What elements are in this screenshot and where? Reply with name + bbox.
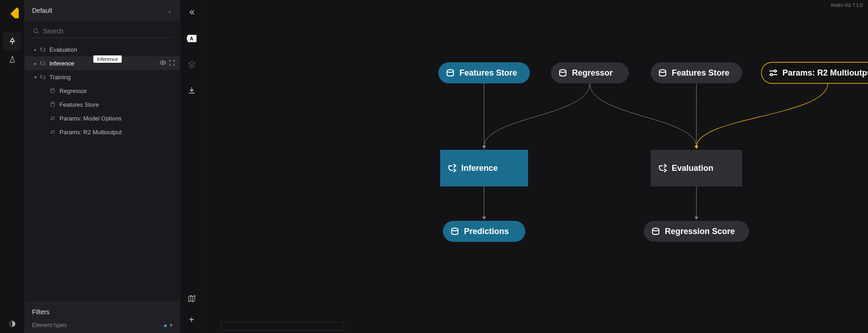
- kedro-logo-icon: [6, 5, 19, 18]
- tree-item-params-model-options[interactable]: Params: Model Options: [25, 111, 180, 125]
- tree-item-regressor[interactable]: Regressor: [25, 84, 180, 98]
- chevron-icon: ▸: [32, 47, 38, 52]
- filter-indicator-icon: ■: [164, 323, 167, 328]
- edge: [484, 83, 590, 147]
- node-params_r2[interactable]: Params: R2 Multioutput: [761, 62, 868, 83]
- filters-row-label: Element types: [32, 322, 67, 328]
- chevron-icon: ▸: [32, 61, 38, 66]
- tree-item-params-r2-multioutput[interactable]: Params: R2 Multioutput: [25, 125, 180, 139]
- node-score[interactable]: Regression Score: [644, 221, 749, 242]
- node-label: Features Store: [672, 68, 729, 77]
- node-label: Features Store: [459, 68, 517, 77]
- chevron-icon: ▾: [32, 75, 38, 80]
- chevron-down-icon: ⌄: [167, 7, 173, 14]
- svg-point-17: [774, 70, 776, 72]
- tree-item-features-store[interactable]: Features Store: [25, 98, 180, 111]
- data-icon: [49, 88, 57, 93]
- edge: [590, 83, 696, 147]
- node-tree: ▸Evaluation▸InferenceInference▾TrainingR…: [25, 40, 180, 139]
- search-input[interactable]: [43, 27, 172, 35]
- node-evaluation[interactable]: Evaluation: [651, 150, 742, 186]
- minimap[interactable]: [221, 322, 344, 330]
- arrowhead-icon: [695, 146, 698, 149]
- global-rail: [0, 0, 25, 333]
- svg-point-8: [54, 131, 54, 131]
- node-features2[interactable]: Features Store: [651, 62, 742, 83]
- rail-theme-icon[interactable]: [3, 315, 22, 333]
- tree-item-label: Features Store: [59, 101, 180, 108]
- tree-item-label: Regressor: [59, 87, 180, 94]
- arrowhead-icon: [482, 217, 486, 220]
- tree-item-label: Evaluation: [49, 46, 180, 53]
- pipeline-selector[interactable]: Default ⌄: [25, 0, 180, 21]
- rail-tree-icon[interactable]: [3, 32, 22, 50]
- zoom-in-icon[interactable]: +: [184, 312, 199, 328]
- svg-point-2: [34, 29, 38, 33]
- collapse-sidebar-icon[interactable]: [184, 5, 199, 20]
- svg-point-4: [51, 88, 54, 90]
- tree-item-training[interactable]: ▾Training: [25, 70, 180, 84]
- layers-toggle-icon[interactable]: [184, 57, 199, 72]
- labels-toggle-icon[interactable]: A: [187, 35, 197, 42]
- svg-point-7: [51, 119, 52, 120]
- node-label: Inference: [461, 164, 498, 173]
- node-label: Params: R2 Multioutput: [782, 68, 868, 77]
- search-input-wrap[interactable]: [32, 25, 173, 38]
- params-icon: [49, 129, 57, 135]
- svg-point-5: [51, 102, 54, 104]
- node-inference[interactable]: Inference: [440, 150, 528, 186]
- tooltip: Inference: [93, 55, 122, 63]
- tree-item-label: Params: Model Options: [59, 115, 180, 122]
- graph-canvas[interactable]: Kedro-Viz 7.1.0 Features StoreRegressorF…: [203, 0, 868, 333]
- tree-item-label: Training: [49, 74, 180, 81]
- params-icon: [49, 115, 57, 121]
- export-icon[interactable]: [184, 82, 199, 98]
- sidebar: Default ⌄ ▸Evaluation▸InferenceInference…: [25, 0, 180, 333]
- tree-item-evaluation[interactable]: ▸Evaluation: [25, 43, 180, 56]
- pipeline-icon: [38, 60, 47, 66]
- minimap-toggle-icon[interactable]: [184, 291, 199, 306]
- focus-icon[interactable]: [169, 60, 175, 67]
- node-label: Regressor: [572, 68, 613, 77]
- arrowhead-icon: [482, 146, 486, 149]
- tree-item-label: Params: R2 Multioutput: [59, 129, 180, 136]
- rail-experiments-icon[interactable]: [3, 50, 22, 69]
- node-label: Predictions: [464, 227, 509, 236]
- svg-point-9: [51, 132, 52, 133]
- svg-point-6: [54, 117, 54, 118]
- search-icon: [33, 28, 39, 34]
- pipeline-icon: [38, 46, 47, 53]
- node-label: Regression Score: [665, 227, 735, 236]
- filters-row-element-types[interactable]: Element types ■ ▾: [32, 322, 173, 328]
- node-predictions[interactable]: Predictions: [443, 221, 525, 242]
- visibility-icon[interactable]: [160, 60, 166, 67]
- filters-title: Filters: [32, 308, 173, 316]
- svg-point-3: [162, 62, 164, 64]
- pipeline-icon: [38, 74, 47, 80]
- params-icon: [770, 70, 777, 76]
- edge: [696, 83, 828, 147]
- node-regressor[interactable]: Regressor: [551, 62, 629, 83]
- node-features1[interactable]: Features Store: [438, 62, 530, 83]
- node-label: Evaluation: [672, 164, 713, 173]
- tree-item-inference[interactable]: ▸InferenceInference: [25, 56, 180, 70]
- arrowhead-icon: [695, 217, 698, 220]
- filters-panel: Filters Element types ■ ▾: [25, 301, 180, 333]
- svg-rect-0: [10, 7, 18, 18]
- data-icon: [49, 102, 57, 107]
- svg-point-18: [771, 74, 772, 76]
- pipeline-selector-label: Default: [32, 7, 52, 14]
- canvas-toolbar: A +: [180, 0, 203, 333]
- chevron-down-icon: ▾: [170, 322, 173, 328]
